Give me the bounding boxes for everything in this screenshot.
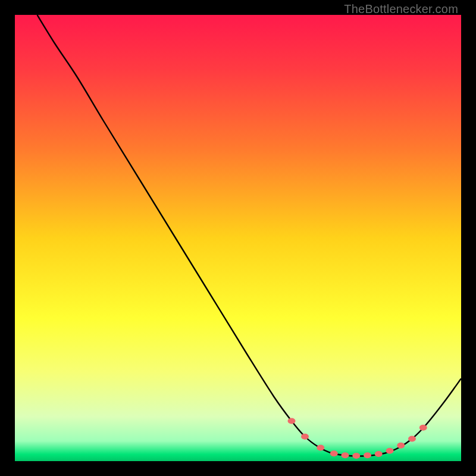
marker-dot: [342, 452, 349, 458]
attribution-label: TheBottlenecker.com: [344, 2, 458, 16]
marker-dot: [364, 452, 371, 458]
marker-dot: [288, 418, 296, 424]
marker-dot: [330, 450, 338, 456]
marker-dot: [386, 448, 394, 454]
marker-dot: [419, 425, 427, 431]
marker-dot: [352, 453, 360, 459]
marker-dot: [301, 434, 309, 440]
bottleneck-chart: [15, 15, 461, 461]
chart-frame: [15, 15, 461, 461]
marker-dot: [317, 445, 324, 451]
marker-dot: [408, 436, 416, 442]
chart-background: [15, 15, 461, 461]
marker-dot: [397, 443, 405, 449]
marker-dot: [375, 451, 383, 457]
